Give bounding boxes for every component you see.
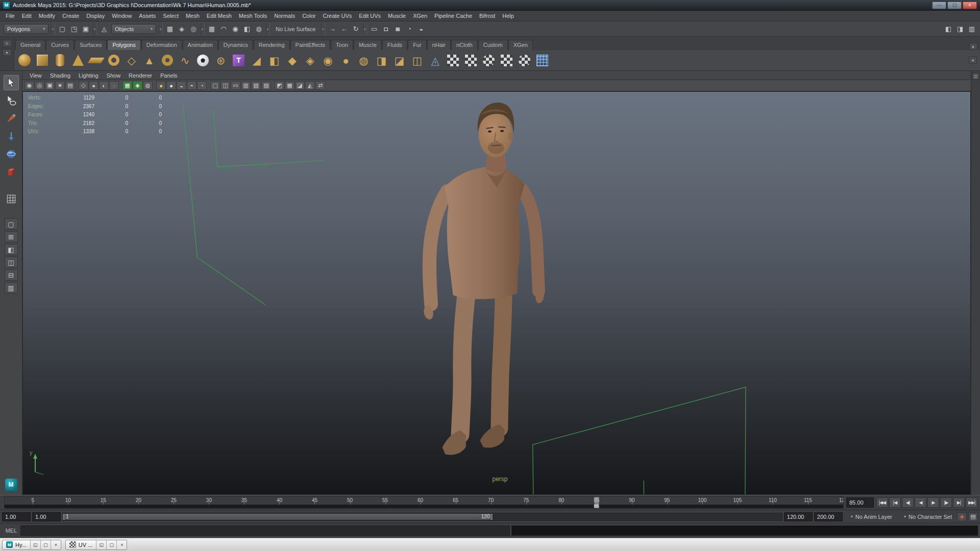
multisample-icon[interactable]: ◔	[197, 81, 207, 90]
smooth-shade-icon[interactable]: ●	[89, 81, 99, 90]
menu-edit-mesh[interactable]: Edit Mesh	[203, 11, 235, 20]
persp-outliner-layout-button[interactable]: ◧	[5, 244, 18, 255]
open-scene-icon[interactable]: ◳	[68, 23, 80, 35]
uv-editor-icon[interactable]	[534, 52, 551, 69]
selection-mask-dropdown[interactable]: Objects▾	[111, 24, 156, 34]
shadows-icon[interactable]: ●	[166, 81, 176, 90]
shelf-tab-fluids[interactable]: Fluids	[382, 40, 407, 50]
polygon-soccer-ball-icon[interactable]	[194, 52, 211, 69]
go-to-start-button[interactable]: |◀◀	[876, 497, 888, 508]
average-vertices-icon[interactable]: ◍	[355, 52, 372, 69]
uv-snapshot-icon[interactable]	[516, 52, 533, 69]
polygon-plane-icon[interactable]	[87, 52, 104, 69]
status-separator[interactable]: ▸	[201, 23, 205, 35]
channel-box-toggle-icon[interactable]: ▥	[966, 23, 977, 35]
input-connections-icon[interactable]: →	[327, 23, 338, 35]
step-forward-frame-button[interactable]: |▶	[940, 497, 952, 508]
cylindrical-mapping-icon[interactable]	[462, 52, 479, 69]
panel-menu-panels[interactable]: Panels	[156, 71, 182, 80]
shelf-tab-xgen[interactable]: XGen	[508, 40, 533, 50]
merge-vertices-icon[interactable]: ◬	[427, 52, 444, 69]
panel-menu-lighting[interactable]: Lighting	[75, 71, 103, 80]
grid-toggle-icon[interactable]: ▦	[285, 81, 295, 90]
step-back-frame-button[interactable]: ◀|	[902, 497, 914, 508]
exposure-icon[interactable]: ⇄	[315, 81, 325, 90]
bookmarks-icon[interactable]: ★	[55, 81, 65, 90]
polygon-sphere-icon[interactable]	[16, 52, 33, 69]
shelf-tab-custom[interactable]: Custom	[478, 40, 508, 50]
film-gate-icon[interactable]: ◪	[295, 81, 305, 90]
grease-pencil-icon[interactable]: ◩	[275, 81, 284, 90]
last-tool-used[interactable]	[4, 191, 19, 207]
playback-start-field[interactable]: 1.00	[32, 512, 61, 521]
hy-restore-button[interactable]: ◱	[30, 540, 40, 549]
status-separator[interactable]: ▸	[321, 23, 325, 35]
playback-end-field[interactable]: 120.00	[784, 512, 813, 521]
selection-mode-dropdown[interactable]: Polygons▾	[4, 24, 48, 34]
command-input[interactable]	[20, 525, 510, 536]
panel-menu-shading[interactable]: Shading	[46, 71, 75, 80]
isolate-select-icon[interactable]: ▢	[210, 81, 220, 90]
window-minimize-button[interactable]: —	[932, 2, 946, 9]
range-slider-track[interactable]: 1 120	[62, 513, 782, 521]
title-bar[interactable]: M Autodesk Maya 2015: G:\Projects\3D Gra…	[0, 0, 980, 11]
shelf-tab-surfaces[interactable]: Surfaces	[75, 40, 107, 50]
sculpt-geometry-tool-icon[interactable]: ◢	[248, 52, 265, 69]
menu-pipeline-cache[interactable]: Pipeline Cache	[431, 11, 476, 20]
new-scene-icon[interactable]: ▢	[57, 23, 68, 35]
menu-display[interactable]: Display	[83, 11, 108, 20]
bridge-icon[interactable]: ◫	[409, 52, 426, 69]
wireframe-on-shaded-icon[interactable]: ◈	[133, 81, 142, 90]
polygon-torus-icon[interactable]	[105, 52, 122, 69]
status-separator[interactable]: ▸	[51, 23, 55, 35]
lock-camera-icon[interactable]: ◎	[35, 81, 44, 90]
make-live-icon[interactable]: ◍	[253, 23, 264, 35]
polygon-prism-icon[interactable]: ◇	[123, 52, 140, 69]
wireframe-icon[interactable]: ◇	[79, 81, 88, 90]
safe-title-icon[interactable]: ▨	[261, 81, 271, 90]
combine-icon[interactable]: ◆	[284, 52, 301, 69]
menu-mesh[interactable]: Mesh	[182, 11, 203, 20]
menu-create-uvs[interactable]: Create UVs	[319, 11, 355, 20]
menu-file[interactable]: File	[2, 11, 18, 20]
motion-blur-icon[interactable]: ◓	[187, 81, 197, 90]
shelf-tab-painteffects[interactable]: PaintEffects	[290, 40, 331, 50]
menu-mesh-tools[interactable]: Mesh Tools	[235, 11, 271, 20]
panel-menu-view[interactable]: View	[26, 71, 46, 80]
character-set-dropdown[interactable]: ▾ No Character Set	[897, 514, 955, 520]
lasso-select-tool[interactable]	[4, 93, 19, 108]
playback-range-bar[interactable]: 1 120	[63, 514, 493, 520]
polygon-type-icon[interactable]: T	[230, 52, 247, 69]
open-render-view-icon[interactable]: ▭	[369, 23, 380, 35]
output-connections-icon[interactable]: ←	[338, 23, 350, 35]
two-pane-stacked-layout-button[interactable]: ⊟	[5, 269, 18, 281]
construction-history-icon[interactable]: ↻	[350, 23, 361, 35]
snap-to-curve-icon[interactable]: ◠	[218, 23, 229, 35]
xray-icon[interactable]: ◭	[305, 81, 315, 90]
select-tool[interactable]	[4, 75, 19, 90]
animation-preferences-icon[interactable]: ▤	[968, 512, 978, 521]
uv-close-button[interactable]: ×	[116, 540, 127, 549]
tool-settings-toggle-icon[interactable]: ◧	[943, 23, 954, 35]
sidebar-toggle-icon[interactable]: ◫	[972, 72, 979, 80]
scale-tool[interactable]	[4, 164, 19, 180]
paint-select-tool[interactable]	[4, 111, 19, 126]
snap-to-grid-icon[interactable]: ▦	[206, 23, 217, 35]
play-backwards-button[interactable]: ◀	[915, 497, 926, 508]
gate-mask-icon[interactable]: ▥	[241, 81, 251, 90]
flat-shade-icon[interactable]: ◐	[99, 81, 109, 90]
boolean-union-icon[interactable]: ◉	[320, 52, 336, 69]
single-pane-layout-button[interactable]: ▢	[5, 218, 18, 230]
polygon-cube-icon[interactable]	[34, 52, 51, 69]
minimized-window[interactable]: M Hy... ◱▢×	[2, 540, 61, 550]
shelf-tab-muscle[interactable]: Muscle	[354, 40, 382, 50]
uv-maximize-button[interactable]: ▢	[106, 540, 116, 549]
select-by-component-icon[interactable]: ◈	[176, 23, 187, 35]
shelf-tab-dynamics[interactable]: Dynamics	[218, 40, 253, 50]
select-by-object-icon[interactable]: ▦	[164, 23, 176, 35]
minimized-window[interactable]: UV ... ◱▢×	[65, 540, 128, 550]
menu-bifrost[interactable]: Bifrost	[476, 11, 499, 20]
menu-window[interactable]: Window	[108, 11, 135, 20]
status-separator[interactable]: ▸	[159, 23, 163, 35]
render-current-frame-icon[interactable]: ◘	[380, 23, 391, 35]
